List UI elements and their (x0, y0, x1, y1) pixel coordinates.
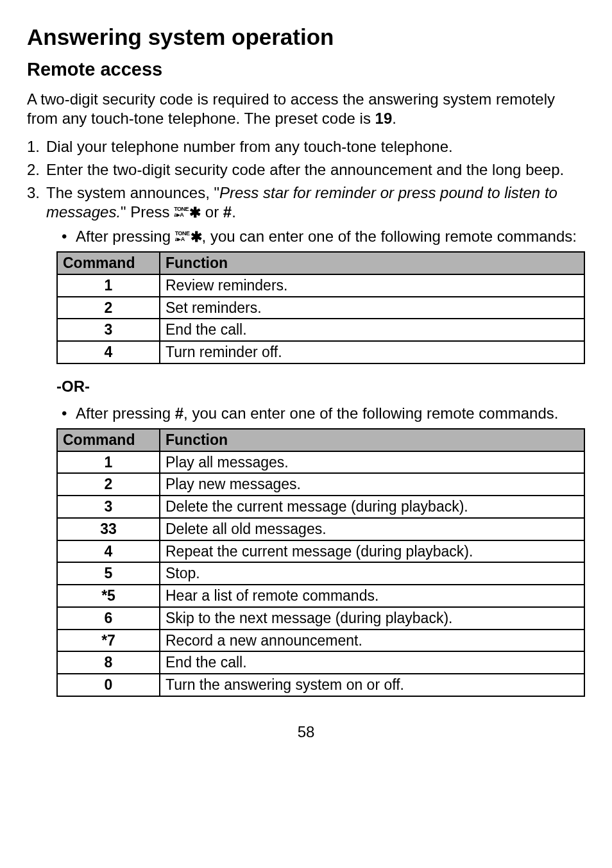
page-heading: Answering system operation (27, 23, 585, 51)
col-command: Command (57, 429, 160, 451)
table-row: 2Set reminders. (57, 297, 584, 319)
step-3-mid: " Press (121, 203, 174, 221)
step-3-or: or (201, 203, 223, 221)
table-row: *5Hear a list of remote commands. (57, 585, 584, 607)
cmd-cell: 6 (57, 607, 160, 630)
or-separator: -OR- (56, 377, 585, 396)
sub-bullets: After pressing TONEa▸A✱, you can enter o… (46, 227, 585, 246)
tone-star-icon: TONEa▸A✱ (175, 230, 202, 244)
table-row: 0Turn the answering system on or off. (57, 674, 584, 696)
table-row: 1Review reminders. (57, 274, 584, 297)
bullet1-post: , you can enter one of the following rem… (202, 228, 577, 245)
table-row: 8End the call. (57, 651, 584, 674)
section-heading: Remote access (27, 58, 585, 81)
step-number: 2. (27, 160, 40, 179)
table-row: 3Delete the current message (during play… (57, 496, 584, 518)
cmd-cell: 33 (57, 518, 160, 540)
bullet2-pre: After pressing (76, 405, 175, 422)
fn-cell: End the call. (160, 319, 584, 341)
cmd-cell: 4 (57, 540, 160, 563)
bullet2-post: , you can enter one of the following rem… (183, 405, 558, 422)
cmd-cell: *7 (57, 630, 160, 652)
bullet-star: After pressing TONEa▸A✱, you can enter o… (62, 227, 585, 246)
fn-cell: Stop. (160, 562, 584, 585)
bullet1-pre: After pressing (76, 228, 175, 245)
bullet-pound: After pressing #, you can enter one of t… (62, 404, 585, 423)
fn-cell: Record a new announcement. (160, 630, 584, 652)
fn-cell: Play new messages. (160, 473, 584, 496)
table-row: 4Repeat the current message (during play… (57, 540, 584, 563)
fn-cell: Delete the current message (during playb… (160, 496, 584, 518)
cmd-cell: 2 (57, 473, 160, 496)
table-row: 5Stop. (57, 562, 584, 585)
cmd-cell: 2 (57, 297, 160, 319)
step-2-text: Enter the two-digit security code after … (46, 161, 564, 178)
page-number: 58 (27, 722, 585, 742)
tone-star-icon: TONEa▸A✱ (174, 205, 201, 219)
fn-cell: End the call. (160, 651, 584, 674)
intro-paragraph: A two-digit security code is required to… (27, 90, 585, 128)
table-row: 33Delete all old messages. (57, 518, 584, 540)
cmd-cell: 3 (57, 319, 160, 341)
table-header-row: Command Function (57, 252, 584, 274)
cmd-cell: 3 (57, 496, 160, 518)
table-row: 1Play all messages. (57, 451, 584, 474)
step-1-text: Dial your telephone number from any touc… (46, 138, 453, 155)
cmd-cell: 0 (57, 674, 160, 696)
fn-cell: Play all messages. (160, 451, 584, 474)
fn-cell: Skip to the next message (during playbac… (160, 607, 584, 630)
step-3: 3. The system announces, "Press star for… (27, 183, 585, 246)
cmd-cell: 1 (57, 451, 160, 474)
cmd-cell: *5 (57, 585, 160, 607)
step-3-pre: The system announces, " (46, 184, 219, 201)
cmd-cell: 1 (57, 274, 160, 297)
table-row: 6Skip to the next message (during playba… (57, 607, 584, 630)
cmd-cell: 5 (57, 562, 160, 585)
intro-text-post: . (392, 110, 396, 127)
sub-bullets-2: After pressing #, you can enter one of t… (46, 404, 585, 423)
steps-list: 1. Dial your telephone number from any t… (27, 137, 585, 246)
intro-text-pre: A two-digit security code is required to… (27, 90, 555, 127)
cmd-cell: 4 (57, 341, 160, 363)
pound-key: # (223, 203, 232, 221)
fn-cell: Delete all old messages. (160, 518, 584, 540)
preset-code: 19 (375, 110, 393, 127)
col-command: Command (57, 252, 160, 274)
table-row: 3End the call. (57, 319, 584, 341)
step-3-end: . (232, 203, 236, 221)
table-row: *7Record a new announcement. (57, 630, 584, 652)
step-number: 1. (27, 137, 40, 156)
step-2: 2. Enter the two-digit security code aft… (27, 160, 585, 179)
fn-cell: Set reminders. (160, 297, 584, 319)
col-function: Function (160, 252, 584, 274)
col-function: Function (160, 429, 584, 451)
fn-cell: Review reminders. (160, 274, 584, 297)
fn-cell: Repeat the current message (during playb… (160, 540, 584, 563)
step-number: 3. (27, 183, 40, 203)
reminder-commands-table: Command Function 1Review reminders. 2Set… (56, 251, 585, 364)
fn-cell: Turn reminder off. (160, 341, 584, 363)
fn-cell: Hear a list of remote commands. (160, 585, 584, 607)
message-commands-table: Command Function 1Play all messages. 2Pl… (56, 428, 585, 697)
table-row: 4Turn reminder off. (57, 341, 584, 363)
step-1: 1. Dial your telephone number from any t… (27, 137, 585, 156)
table-header-row: Command Function (57, 429, 584, 451)
cmd-cell: 8 (57, 651, 160, 674)
fn-cell: Turn the answering system on or off. (160, 674, 584, 696)
table-row: 2Play new messages. (57, 473, 584, 496)
pound-key: # (175, 405, 183, 422)
